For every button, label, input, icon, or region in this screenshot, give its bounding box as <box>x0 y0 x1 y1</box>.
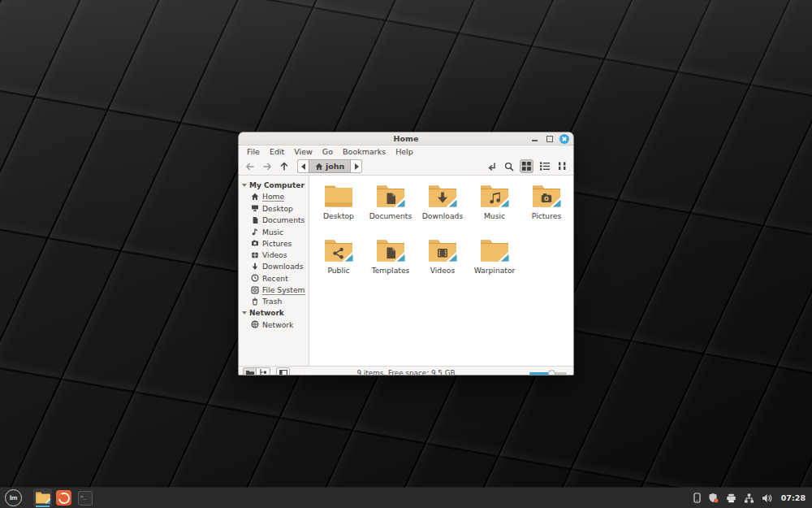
menu-edit[interactable]: Edit <box>265 146 289 157</box>
sidebar-item-trash[interactable]: Trash <box>239 296 309 307</box>
sidebar-item-documents[interactable]: Documents <box>239 215 309 226</box>
document-icon <box>251 216 259 224</box>
folder-document-icon <box>375 183 406 210</box>
printer-icon[interactable] <box>726 493 736 503</box>
desktop-icon <box>251 204 259 212</box>
menu-bookmarks[interactable]: Bookmarks <box>338 146 391 157</box>
network-icon[interactable] <box>744 493 754 503</box>
menu-go[interactable]: Go <box>317 146 338 157</box>
files-launcher[interactable] <box>33 488 52 507</box>
folder-documents[interactable]: Documents <box>365 183 417 236</box>
folder-icon <box>323 183 354 210</box>
breadcrumb-label: john <box>326 162 344 171</box>
breadcrumb-right-icon[interactable] <box>351 159 362 173</box>
zoom-slider[interactable] <box>529 371 567 376</box>
music-icon <box>251 228 259 236</box>
folder-music[interactable]: Music <box>469 183 520 236</box>
sidebar-item-music[interactable]: Music <box>239 226 309 237</box>
taskbar: lm >_ 07:28 <box>0 488 812 508</box>
terminal-icon: >_ <box>78 491 93 506</box>
camera-icon <box>251 239 259 247</box>
download-icon <box>251 263 259 271</box>
back-icon[interactable] <box>243 159 257 173</box>
breadcrumb-current[interactable]: john <box>309 159 351 173</box>
collapse-triangle-icon <box>242 311 247 315</box>
taskbar-clock[interactable]: 07:28 <box>781 493 806 502</box>
minimize-icon[interactable] <box>530 135 539 144</box>
folder-download-icon <box>427 183 458 210</box>
slider-knob[interactable] <box>548 370 555 376</box>
sidebar-item-desktop[interactable]: Desktop <box>239 202 309 214</box>
drive-icon <box>251 286 259 294</box>
folder-desktop[interactable]: Desktop <box>313 183 365 236</box>
sidebar-item-pictures[interactable]: Pictures <box>239 237 309 249</box>
collapse-triangle-icon <box>242 184 247 187</box>
sidebar-item-network[interactable]: Network <box>239 319 309 330</box>
window-title: Home <box>239 134 573 143</box>
breadcrumb-left-icon[interactable] <box>297 159 309 173</box>
toolbar: john <box>239 158 573 176</box>
folder-music-icon <box>479 183 510 210</box>
firefox-launcher[interactable] <box>54 488 73 507</box>
globe-icon <box>251 320 259 328</box>
grid-view-icon[interactable] <box>520 159 533 173</box>
folder-camera-icon <box>531 183 562 210</box>
terminal-launcher[interactable]: >_ <box>76 488 94 507</box>
folder-pictures[interactable]: Pictures <box>520 183 572 236</box>
folder-template-icon <box>375 237 406 264</box>
sidebar-item-file-system[interactable]: File System <box>239 284 309 295</box>
up-icon[interactable] <box>277 159 291 173</box>
folder-downloads[interactable]: Downloads <box>417 183 469 236</box>
list-view-icon[interactable] <box>538 159 551 173</box>
breadcrumb: john <box>297 159 362 173</box>
sidebar-section-network[interactable]: Network <box>239 307 309 319</box>
update-shield-icon[interactable] <box>708 493 719 503</box>
status-summary: 9 items, Free space: 9.5 GB <box>239 369 573 376</box>
menubar: File Edit View Go Bookmarks Help <box>239 145 573 158</box>
statusbar: 9 items, Free space: 9.5 GB <box>239 366 573 376</box>
compact-view-icon[interactable] <box>555 159 569 173</box>
menu-file[interactable]: File <box>242 146 265 157</box>
maximize-icon[interactable] <box>545 135 554 144</box>
volume-icon[interactable] <box>762 493 772 503</box>
section-label: My Computer <box>249 181 304 189</box>
folder-templates[interactable]: Templates <box>365 237 417 290</box>
sidebar-section-my-computer[interactable]: My Computer <box>239 180 309 191</box>
video-icon <box>251 251 259 259</box>
sidebar-item-recent[interactable]: Recent <box>239 272 309 284</box>
close-icon[interactable] <box>559 134 569 144</box>
sidebar-item-downloads[interactable]: Downloads <box>239 261 309 272</box>
file-manager-window: Home File Edit View Go Bookmarks Help <box>238 132 574 376</box>
clock-icon <box>251 274 259 282</box>
home-icon <box>315 163 323 171</box>
folder-warpinator[interactable]: Warpinator <box>469 237 520 290</box>
sidebar: My Computer Home Desktop Documents Music… <box>239 176 309 366</box>
system-tray: 07:28 <box>693 493 812 503</box>
folder-icon <box>479 237 510 264</box>
sidebar-item-videos[interactable]: Videos <box>239 249 309 260</box>
sidebar-item-home[interactable]: Home <box>239 191 309 202</box>
trash-icon <box>251 297 259 306</box>
file-grid: Desktop Documents Downloads Music Pictur… <box>309 176 573 366</box>
titlebar[interactable]: Home <box>239 132 573 145</box>
menu-view[interactable]: View <box>289 146 317 157</box>
search-icon[interactable] <box>502 159 516 173</box>
tablet-icon[interactable] <box>693 493 701 503</box>
desktop: Home File Edit View Go Bookmarks Help <box>0 0 812 508</box>
folder-videos[interactable]: Videos <box>417 237 469 290</box>
mint-menu-icon[interactable]: lm <box>5 489 22 506</box>
home-icon <box>251 193 259 201</box>
section-label: Network <box>249 309 284 317</box>
firefox-icon <box>56 490 71 506</box>
menu-help[interactable]: Help <box>391 146 418 157</box>
files-icon <box>35 491 51 505</box>
slider-fill <box>529 372 550 375</box>
folder-public[interactable]: Public <box>313 237 365 290</box>
folder-film-icon <box>427 237 458 264</box>
forward-icon[interactable] <box>260 159 274 173</box>
folder-share-icon <box>323 237 354 264</box>
toggle-location-icon[interactable] <box>484 159 498 173</box>
